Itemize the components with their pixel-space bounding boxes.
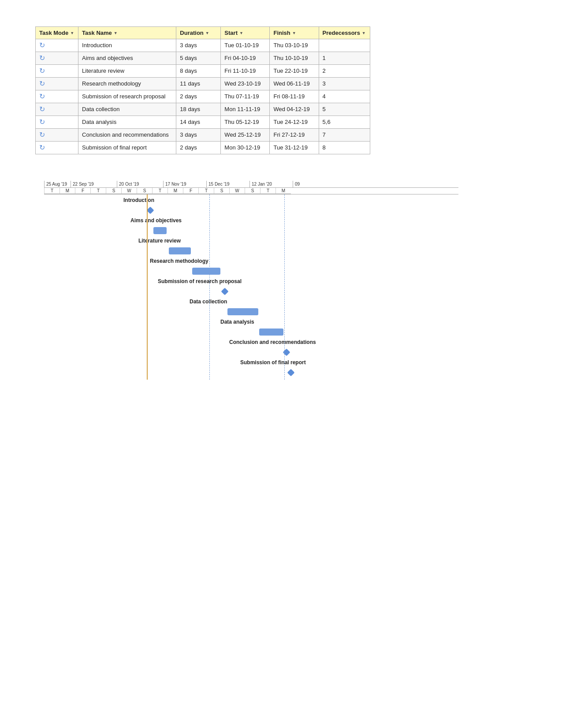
gantt-milestone-1 <box>147 207 154 214</box>
sort-arrow-dur[interactable]: ▼ <box>205 31 209 35</box>
gantt-milestone-9 <box>287 369 295 377</box>
day-F1: F <box>75 188 90 194</box>
task-mode-icon: ↻ <box>39 80 45 87</box>
cell-start: Thu 05-12-19 <box>221 116 270 129</box>
th-predecessors[interactable]: Predecessors ▼ <box>319 27 370 39</box>
cell-name: Submission of research proposal <box>78 90 176 103</box>
cell-name: Research methodology <box>78 78 176 90</box>
day-S1: S <box>106 188 121 194</box>
day-M3: M <box>275 188 291 194</box>
day-T1: T <box>44 188 60 194</box>
day-S4: S <box>245 188 260 194</box>
cell-pred: 1 <box>319 52 370 65</box>
gantt-row-6: Data collection <box>44 296 458 316</box>
cell-mode: ↻ <box>36 103 78 116</box>
table-row: ↻Submission of research proposal2 daysTh… <box>36 90 370 103</box>
sort-arrow-name[interactable]: ▼ <box>114 31 118 35</box>
task-mode-icon: ↻ <box>39 131 45 138</box>
table-row: ↻Literature review8 daysFri 11-10-19Tue … <box>36 65 370 78</box>
cell-mode: ↻ <box>36 39 78 52</box>
sort-arrow-finish[interactable]: ▼ <box>292 31 296 35</box>
day-T2: T <box>90 188 106 194</box>
th-task-mode[interactable]: Task Mode ▼ <box>36 27 78 39</box>
day-W1: W <box>121 188 137 194</box>
month-label-6: 12 Jan '20 <box>249 181 293 187</box>
gantt-milestone-5 <box>221 288 229 295</box>
cell-finish: Fri 08-11-19 <box>270 90 319 103</box>
gantt-label-submission-proposal: Submission of research proposal <box>158 278 242 284</box>
table-row: ↻Data analysis14 daysThu 05-12-19Tue 24-… <box>36 116 370 129</box>
vline-left <box>147 194 148 380</box>
cell-pred <box>319 39 370 52</box>
gantt-bar-6 <box>227 308 258 315</box>
gantt-label-aims: Aims and objectives <box>130 217 182 224</box>
cell-start: Wed 23-10-19 <box>221 78 270 90</box>
th-task-name[interactable]: Task Name ▼ <box>78 27 176 39</box>
gantt-bar-2 <box>153 227 167 234</box>
task-mode-icon: ↻ <box>39 144 45 151</box>
cell-start: Tue 01-10-19 <box>221 39 270 52</box>
cell-mode: ↻ <box>36 129 78 142</box>
cell-mode: ↻ <box>36 52 78 65</box>
cell-pred: 7 <box>319 129 370 142</box>
cell-mode: ↻ <box>36 116 78 129</box>
table-row: ↻Data collection18 daysMon 11-11-19Wed 0… <box>36 103 370 116</box>
gantt-bar-3 <box>169 247 191 254</box>
gantt-label-research: Research methodology <box>150 258 208 264</box>
vline-2 <box>284 194 285 380</box>
cell-finish: Tue 24-12-19 <box>270 116 319 129</box>
cell-pred: 8 <box>319 142 370 154</box>
task-mode-icon: ↻ <box>39 67 45 75</box>
cell-name: Submission of final report <box>78 142 176 154</box>
cell-finish: Wed 04-12-19 <box>270 103 319 116</box>
gantt-label-submission-final: Submission of final report <box>240 359 306 366</box>
task-mode-icon: ↻ <box>39 119 45 126</box>
day-T5: T <box>260 188 275 194</box>
cell-duration: 3 days <box>176 129 221 142</box>
gantt-row-8: Conclusion and recommendations <box>44 336 458 357</box>
sort-arrow-start[interactable]: ▼ <box>239 31 243 35</box>
day-M1: M <box>60 188 75 194</box>
cell-start: Wed 25-12-19 <box>221 129 270 142</box>
cell-finish: Tue 22-10-19 <box>270 65 319 78</box>
cell-pred: 5 <box>319 103 370 116</box>
table-row: ↻Introduction3 daysTue 01-10-19Thu 03-10… <box>36 39 370 52</box>
month-label-3: 20 Oct '19 <box>117 181 163 187</box>
cell-name: Conclusion and recommendations <box>78 129 176 142</box>
th-start[interactable]: Start ▼ <box>221 27 270 39</box>
sort-arrow-mode[interactable]: ▼ <box>70 31 74 35</box>
cell-start: Fri 11-10-19 <box>221 65 270 78</box>
sort-arrow-pred[interactable]: ▼ <box>362 31 366 35</box>
cell-pred: 4 <box>319 90 370 103</box>
cell-duration: 11 days <box>176 78 221 90</box>
month-label-5: 15 Dec '19 <box>206 181 249 187</box>
gantt-chart-area: 25 Aug '19 22 Sep '19 20 Oct '19 17 Nov … <box>44 181 458 380</box>
cell-mode: ↻ <box>36 65 78 78</box>
table-row: ↻Conclusion and recommendations3 daysWed… <box>36 129 370 142</box>
day-F2: F <box>183 188 198 194</box>
cell-mode: ↻ <box>36 78 78 90</box>
day-W2: W <box>229 188 245 194</box>
vline-1 <box>209 194 210 380</box>
gantt-label-introduction: Introduction <box>123 197 154 203</box>
cell-start: Thu 07-11-19 <box>221 90 270 103</box>
day-S3: S <box>214 188 229 194</box>
th-finish[interactable]: Finish ▼ <box>270 27 319 39</box>
cell-start: Mon 30-12-19 <box>221 142 270 154</box>
gantt-label-data-analysis: Data analysis <box>220 319 254 325</box>
cell-finish: Fri 27-12-19 <box>270 129 319 142</box>
cell-name: Data analysis <box>78 116 176 129</box>
table-row: ↻Submission of final report2 daysMon 30-… <box>36 142 370 154</box>
gantt-row-7: Data analysis <box>44 316 458 336</box>
th-duration[interactable]: Duration ▼ <box>176 27 221 39</box>
cell-duration: 2 days <box>176 142 221 154</box>
gantt-label-lit: Literature review <box>138 238 181 244</box>
cell-finish: Thu 03-10-19 <box>270 39 319 52</box>
gantt-bar-7 <box>259 329 283 336</box>
cell-duration: 5 days <box>176 52 221 65</box>
gantt-row-2: Aims and objectives <box>44 215 458 235</box>
task-mode-icon: ↻ <box>39 55 45 62</box>
cell-finish: Wed 06-11-19 <box>270 78 319 90</box>
cell-finish: Tue 31-12-19 <box>270 142 319 154</box>
cell-duration: 2 days <box>176 90 221 103</box>
